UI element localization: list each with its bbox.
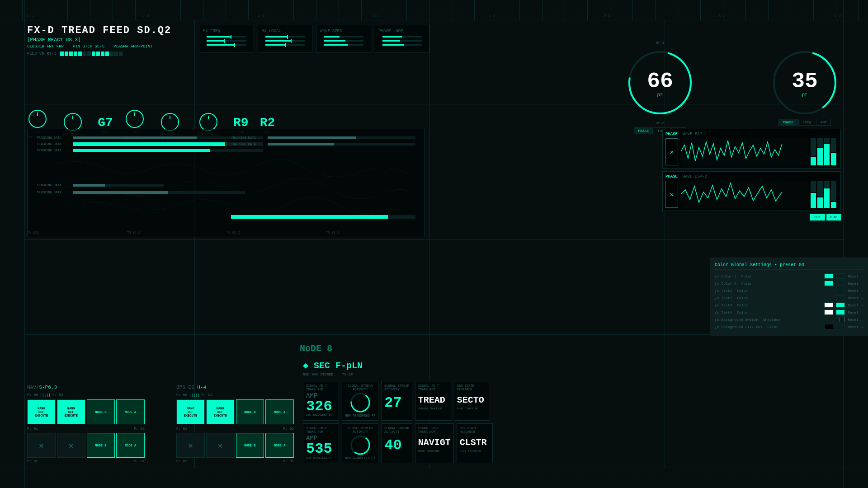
slider-handle: [234, 43, 235, 47]
color1-swatch-cyan[interactable]: [824, 273, 833, 279]
bg-switch-checkbox[interactable]: [840, 317, 845, 322]
metrics-row-2: SIGNAL FD-T TRANS ROM AMP 535 NEW TRANSF…: [303, 423, 570, 463]
gauge-svg: 66 pt: [626, 49, 694, 117]
slider-track[interactable]: [265, 44, 305, 46]
track-bar-b1: [73, 184, 164, 187]
node-nano-ref-2[interactable]: NANOREFEXECUTE: [57, 399, 85, 424]
node-x-2[interactable]: ✕: [57, 433, 85, 458]
settings-row-text3: ƒx Text3 Color Reset —: [715, 302, 863, 308]
wave-x-btn-2[interactable]: ✕: [665, 181, 678, 208]
bps-x-2[interactable]: ✕: [206, 433, 235, 458]
slider-handle: [224, 39, 225, 43]
node-label: NODE B: [95, 444, 106, 447]
bg-fill-swatch-dark[interactable]: [836, 324, 845, 329]
text1-swatch[interactable]: [836, 288, 845, 293]
track-bar-b2: [73, 191, 245, 194]
bps-x-1[interactable]: ✕: [176, 433, 205, 458]
text3-swatch-cyan[interactable]: [836, 302, 845, 308]
pfa-freq-2[interactable]: FREQ: [798, 119, 815, 126]
feed-block-dim: [87, 52, 91, 56]
ch2-label[interactable]: CH2: [826, 214, 841, 221]
color2-reset[interactable]: Reset: [848, 282, 859, 286]
color1-swatch-dark[interactable]: [836, 273, 845, 279]
node-a-1[interactable]: NODE A: [116, 399, 145, 424]
slider-track[interactable]: [382, 44, 422, 46]
ch1-label[interactable]: CH1: [810, 214, 825, 221]
bg-switch-reset[interactable]: Reset: [848, 318, 859, 322]
wave-x-btn-1[interactable]: ✕: [665, 138, 678, 165]
bps-node-a-2[interactable]: NODE A: [265, 433, 294, 458]
node-x-1[interactable]: ✕: [27, 433, 56, 458]
gauge-circle-wrapper: 66 pt: [626, 49, 694, 119]
metric-top-clstr: GEN STATE: [460, 427, 490, 430]
text3-swatch-white[interactable]: [824, 302, 833, 308]
bg-fill-reset[interactable]: Reset: [848, 325, 859, 329]
text4-swatch-cyan[interactable]: [836, 310, 845, 315]
bottom-ruler: [0, 468, 868, 488]
feed-label: FEED VR RT-3: [27, 52, 57, 56]
metric-gs-sub: NEW TRANSFEED FT: [345, 414, 375, 418]
slider-track[interactable]: [382, 40, 422, 42]
slider-handle: [285, 43, 286, 47]
metric-bottom-clstr: NLOG TRACKING: [460, 450, 490, 453]
wave-bar-dim: [817, 138, 823, 147]
feed-block: [96, 52, 100, 56]
bps-nano-ref-1[interactable]: NANOREFEXECUTE: [176, 399, 205, 424]
knob-dial-3[interactable]: [126, 110, 144, 128]
text4-reset[interactable]: Reset: [848, 310, 859, 314]
color1-reset[interactable]: Reset: [848, 274, 859, 278]
metric-top-27b: ACTIVITY: [384, 388, 409, 391]
track-bar-r1: [268, 136, 415, 139]
bg-switch-sub: Checkbox: [761, 318, 837, 322]
slider-track[interactable]: [382, 36, 422, 38]
slider-track[interactable]: [324, 44, 363, 46]
color2-swatch-dark[interactable]: [836, 281, 845, 286]
settings-row-color1: ƒx Color 1 Color Reset —: [715, 273, 863, 279]
sliders-area: MX FREQ MX LOCAL: [199, 25, 429, 52]
slider-fill: [265, 36, 287, 38]
node-b-1[interactable]: NODE B: [87, 399, 115, 424]
pfa-phase-2[interactable]: PHASE: [778, 119, 797, 126]
nav-sub-2: P: 00|||||P: 02: [176, 393, 294, 397]
slider-track[interactable]: [265, 40, 305, 42]
slider-track[interactable]: [324, 40, 363, 42]
slider-group-label: MX LOCAL: [262, 29, 309, 33]
knob-dial-2[interactable]: [64, 113, 82, 131]
text2-reset[interactable]: Reset: [848, 296, 859, 300]
node-b-2[interactable]: NODE B: [87, 433, 115, 458]
bg-fill-swatch-black[interactable]: [824, 324, 833, 329]
metric-top-secto-b: RESEARCH: [457, 388, 487, 391]
color2-swatch-cyan[interactable]: [824, 281, 833, 286]
metric-circle-svg-2: [349, 434, 372, 456]
slider-track[interactable]: [265, 36, 305, 38]
fx-label: ƒx Background Switch: [715, 318, 758, 322]
slider-track[interactable]: [207, 44, 246, 46]
metric-value-27: 27: [384, 396, 409, 410]
text4-swatch-white[interactable]: [824, 310, 833, 315]
slider-track[interactable]: [207, 36, 246, 38]
pfa-amp-2[interactable]: AMP: [816, 119, 830, 126]
node-nano-ref-1[interactable]: NANOREFEXECUTE: [27, 399, 56, 424]
text3-dash: —: [861, 303, 863, 307]
knob-dial-4[interactable]: [161, 113, 179, 131]
metric-27: GLOBAL STREAM ACTIVITY 27: [381, 381, 412, 421]
slider-track[interactable]: [207, 40, 246, 42]
node-a-2[interactable]: NODE A: [116, 433, 145, 458]
text3-reset[interactable]: Reset: [848, 303, 859, 307]
knob-dial-1[interactable]: [28, 110, 47, 128]
slider-track[interactable]: [324, 36, 363, 38]
node-grid-1: NANOREFEXECUTE NANOREFEXECUTE NODE B NOD…: [27, 399, 145, 463]
bps-node-a-1[interactable]: NODE A: [265, 399, 294, 424]
text2-swatch[interactable]: [836, 295, 845, 300]
text1-reset[interactable]: Reset: [848, 289, 859, 293]
metric-gs2-sub: NEW TRANSFEED FT: [345, 456, 375, 460]
bps-node-b-2[interactable]: NODE B: [236, 433, 264, 458]
wave-bar-fill: [824, 144, 830, 165]
bps-node-b-1[interactable]: NODE B: [236, 399, 264, 424]
metric-tread-value: TREAD: [418, 395, 448, 405]
fx-label: ƒx Color 1: [715, 274, 736, 278]
knob-dial-5[interactable]: [199, 113, 217, 131]
settings-title: Color Global Settings • preset 03: [715, 263, 863, 270]
bps-nano-ref-2[interactable]: NANOREFEXECUTE: [206, 399, 235, 424]
pfa-phase-1[interactable]: PHASE: [634, 127, 653, 134]
